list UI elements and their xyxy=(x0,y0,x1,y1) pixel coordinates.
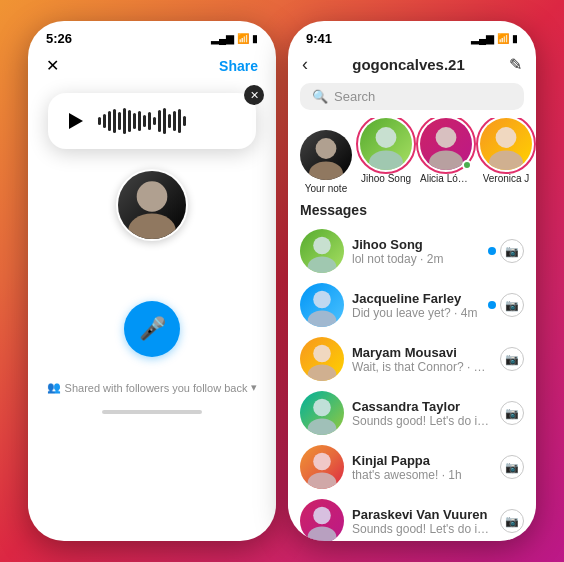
msg-name: Jacqueline Farley xyxy=(352,291,480,306)
search-bar[interactable]: 🔍 Search xyxy=(300,83,524,110)
camera-icon[interactable]: 📷 xyxy=(500,347,524,371)
svg-point-10 xyxy=(313,237,331,255)
play-icon xyxy=(69,113,83,129)
wave-bar xyxy=(143,115,146,127)
wave-bar xyxy=(128,110,131,132)
avatar-kinjal xyxy=(300,445,344,489)
msg-name: Maryam Mousavi xyxy=(352,345,492,360)
msg-info-kinjal: Kinjal Pappa that's awesome! · 1h xyxy=(352,453,492,482)
signal-icon: ▂▄▆ xyxy=(471,33,494,44)
story-jihoo-song[interactable]: Jihoo Song xyxy=(360,118,412,194)
phone-left: 5:26 ▂▄▆ 📶 ▮ ✕ Share xyxy=(28,21,276,541)
story-veronica-j[interactable]: Veronica J xyxy=(480,118,532,194)
messages-section: Messages Jihoo Song lol not today · 2m 📷 xyxy=(288,202,536,541)
camera-icon[interactable]: 📷 xyxy=(500,509,524,533)
svg-point-9 xyxy=(489,151,523,171)
stories-row: Your note Jihoo Song xyxy=(288,118,536,202)
msg-name: Jihoo Song xyxy=(352,237,480,252)
avatar-cassandra xyxy=(300,391,344,435)
wave-bar xyxy=(183,116,186,126)
svg-point-21 xyxy=(308,527,337,542)
wave-bar xyxy=(98,117,101,125)
msg-right-cassandra: 📷 xyxy=(500,401,524,425)
svg-point-8 xyxy=(496,127,517,148)
msg-info-jihoo: Jihoo Song lol not today · 2m xyxy=(352,237,480,266)
share-button[interactable]: Share xyxy=(219,58,258,74)
phones-container: 5:26 ▂▄▆ 📶 ▮ ✕ Share xyxy=(28,21,536,541)
wave-bar xyxy=(123,108,126,134)
camera-icon[interactable]: 📷 xyxy=(500,401,524,425)
battery-icon: ▮ xyxy=(252,33,258,44)
wave-bar xyxy=(108,111,111,131)
svg-point-5 xyxy=(369,151,403,171)
msg-avatar-jihoo xyxy=(300,229,344,273)
back-button[interactable]: ‹ xyxy=(302,54,308,75)
shared-with-icon: 👥 xyxy=(47,381,61,394)
wave-bar xyxy=(103,114,106,128)
play-button[interactable] xyxy=(64,109,88,133)
msg-right-maryam: 📷 xyxy=(500,347,524,371)
story-label-jihoo: Jihoo Song xyxy=(361,173,411,184)
avatar-paraskevi xyxy=(300,499,344,541)
wave-bar xyxy=(113,109,116,133)
edit-button[interactable]: ✎ xyxy=(509,55,522,74)
svg-point-14 xyxy=(313,345,331,363)
mic-button[interactable]: 🎤 xyxy=(124,301,180,357)
wave-bar xyxy=(148,112,151,130)
camera-icon[interactable]: 📷 xyxy=(500,455,524,479)
svg-point-11 xyxy=(308,257,337,274)
message-row[interactable]: Paraskevi Van Vuuren Sounds good! Let's … xyxy=(300,494,524,541)
msg-right-jihoo: 📷 xyxy=(488,239,524,263)
message-row[interactable]: Jihoo Song lol not today · 2m 📷 xyxy=(300,224,524,278)
wave-bar xyxy=(153,117,156,125)
time-right: 9:41 xyxy=(306,31,332,46)
story-alicia-lopez[interactable]: Alicia López xyxy=(420,118,472,194)
story-your-note[interactable]: Your note xyxy=(300,118,352,194)
avatar-jacqueline xyxy=(300,283,344,327)
svg-point-6 xyxy=(436,127,457,148)
message-row[interactable]: Cassandra Taylor Sounds good! Let's do i… xyxy=(300,386,524,440)
wave-bar xyxy=(163,108,166,134)
msg-info-jacqueline: Jacqueline Farley Did you leave yet? · 4… xyxy=(352,291,480,320)
wave-bar xyxy=(118,112,121,130)
signal-icons-left: ▂▄▆ 📶 ▮ xyxy=(211,33,258,44)
wave-bar xyxy=(138,111,141,131)
message-row[interactable]: Jacqueline Farley Did you leave yet? · 4… xyxy=(300,278,524,332)
home-indicator-left xyxy=(102,410,202,414)
story-label-alicia: Alicia López xyxy=(420,173,472,184)
wifi-icon: 📶 xyxy=(237,33,249,44)
messages-label: Messages xyxy=(300,202,524,218)
svg-point-13 xyxy=(308,311,337,328)
battery-icon: ▮ xyxy=(512,33,518,44)
avatar-jihoo xyxy=(300,229,344,273)
time-left: 5:26 xyxy=(46,31,72,46)
msg-avatar-maryam xyxy=(300,337,344,381)
svg-point-12 xyxy=(313,291,331,309)
message-row[interactable]: Maryam Mousavi Wait, is that Connor? · 1… xyxy=(300,332,524,386)
message-row[interactable]: Kinjal Pappa that's awesome! · 1h 📷 xyxy=(300,440,524,494)
phone-right: 9:41 ▂▄▆ 📶 ▮ ‹ gogoncalves.21 ✎ 🔍 Search xyxy=(288,21,536,541)
msg-preview: Did you leave yet? · 4m xyxy=(352,306,480,320)
svg-point-17 xyxy=(308,419,337,436)
online-indicator xyxy=(462,160,472,170)
wave-bar xyxy=(168,114,171,128)
svg-point-1 xyxy=(128,214,176,242)
camera-icon[interactable]: 📷 xyxy=(500,293,524,317)
svg-point-7 xyxy=(429,151,463,171)
camera-icon[interactable]: 📷 xyxy=(500,239,524,263)
msg-name: Cassandra Taylor xyxy=(352,399,492,414)
msg-info-maryam: Maryam Mousavi Wait, is that Connor? · 1… xyxy=(352,345,492,374)
msg-preview: Wait, is that Connor? · 10m xyxy=(352,360,492,374)
msg-avatar-cassandra xyxy=(300,391,344,435)
close-button[interactable]: ✕ xyxy=(46,56,59,75)
close-voice-note-button[interactable]: ✕ xyxy=(244,85,264,105)
user-avatar-left xyxy=(116,169,188,241)
wave-bar xyxy=(178,109,181,133)
waveform xyxy=(98,107,186,135)
svg-point-4 xyxy=(376,127,397,148)
msg-preview: Sounds good! Let's do it · 45m xyxy=(352,414,492,428)
search-icon: 🔍 xyxy=(312,89,328,104)
msg-info-cassandra: Cassandra Taylor Sounds good! Let's do i… xyxy=(352,399,492,428)
msg-info-paraskevi: Paraskevi Van Vuuren Sounds good! Let's … xyxy=(352,507,492,536)
avatar-maryam xyxy=(300,337,344,381)
